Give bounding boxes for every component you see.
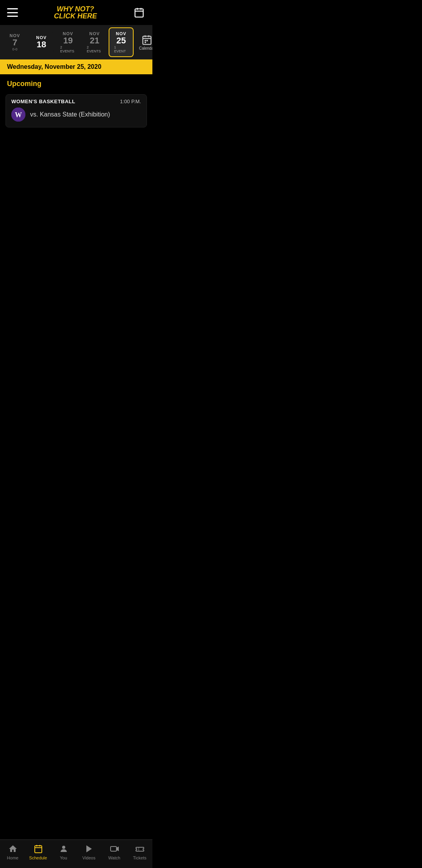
date-tabs-container: NOV 7 0-0 NOV 18 NOV 19 2 EVENTS NOV 21 …: [0, 25, 152, 59]
date-header: Wednesday, November 25, 2020: [0, 59, 152, 74]
tab-day-1: 18: [37, 40, 46, 49]
svg-rect-8: [145, 40, 146, 41]
tab-sub-2: 2 EVENTS: [60, 45, 76, 53]
svg-rect-9: [147, 40, 148, 41]
date-tab-nov19[interactable]: NOV 19 2 EVENTS: [55, 28, 80, 56]
event-time: 1:00 P.M.: [120, 99, 141, 104]
calendar-tab[interactable]: Calendar: [135, 32, 152, 53]
event-matchup: W vs. Kansas State (Exhibition): [6, 108, 147, 127]
logo-line2: CLICK HERE: [18, 13, 133, 20]
tab-day-3: 21: [90, 36, 99, 45]
svg-text:W: W: [15, 111, 22, 119]
calendar-label: Calendar: [139, 46, 152, 50]
team-logo-ks: W: [11, 108, 25, 122]
date-tab-nov18[interactable]: NOV 18: [29, 32, 54, 52]
date-tab-nov7[interactable]: NOV 7 0-0: [2, 30, 27, 54]
menu-button[interactable]: [7, 8, 18, 17]
event-card-0[interactable]: WOMEN'S BASKETBALL 1:00 P.M. W vs. Kansa…: [5, 94, 147, 127]
logo-line1: WHY NOT?: [18, 5, 133, 13]
section-label-upcoming: Upcoming: [0, 74, 152, 91]
date-tab-nov21[interactable]: NOV 21 2 EVENTS: [82, 28, 107, 56]
tab-sub-3: 2 EVENTS: [87, 45, 102, 53]
event-header: WOMEN'S BASKETBALL 1:00 P.M.: [6, 95, 147, 108]
svg-rect-0: [135, 9, 143, 17]
ks-logo-mark: W: [11, 108, 25, 122]
tab-day-2: 19: [63, 36, 73, 45]
tab-sub-4: 1 EVENT: [114, 45, 128, 53]
tab-day-4: 25: [116, 36, 126, 45]
tab-day-0: 7: [13, 38, 17, 47]
app-logo: WHY NOT? CLICK HERE: [18, 5, 133, 20]
date-tab-nov25[interactable]: NOV 25 1 EVENT: [109, 27, 134, 57]
app-header: WHY NOT? CLICK HERE: [0, 0, 152, 25]
tab-sub-0: 0-0: [12, 47, 17, 51]
event-sport: WOMEN'S BASKETBALL: [11, 99, 75, 104]
svg-rect-10: [145, 41, 146, 43]
event-opponent: vs. Kansas State (Exhibition): [30, 111, 110, 118]
header-calendar-button[interactable]: [133, 6, 145, 19]
